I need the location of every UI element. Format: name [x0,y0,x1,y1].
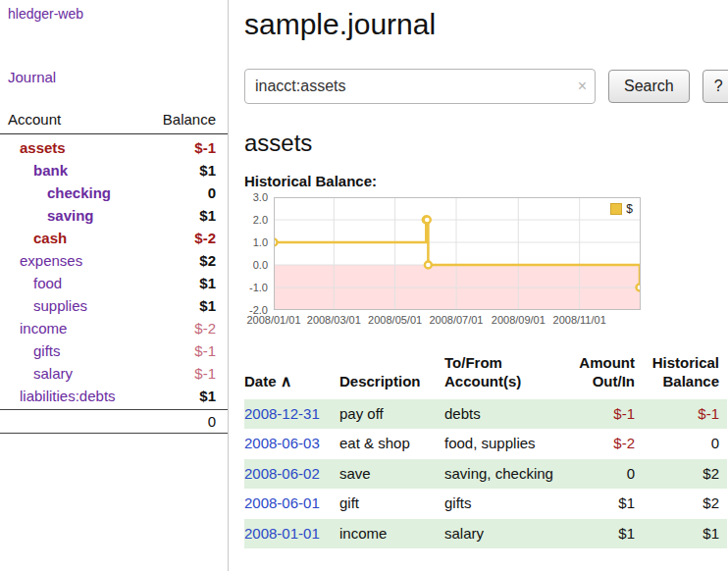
transaction-balance: $2 [643,459,727,490]
y-tick-label: 1.0 [253,236,268,248]
transaction-date-link-text[interactable]: 2008-01-01 [244,525,320,542]
x-tick-label: 2008/05/01 [368,314,422,326]
account-row: expenses$2 [0,249,228,272]
account-row: cash$-2 [0,227,228,249]
balance-chart[interactable]: 3.02.01.00.0-1.0-2.0 $ 2008/01/012008/03… [244,197,728,333]
transaction-description: pay off [339,399,444,430]
transaction-accounts: debts [444,399,572,430]
sidebar-account-link[interactable]: assets [8,139,66,156]
sidebar-account-link[interactable]: bank [8,162,68,179]
table-row: 2008-06-03eat & shopfood, supplies$-20 [244,429,727,459]
col-account: To/From Account(s) [444,350,572,399]
transactions-table: Date ∧ Description To/From Account(s) Am… [244,350,727,548]
table-row: 2008-06-01giftgifts$1$2 [244,489,727,519]
transaction-description: eat & shop [339,429,444,459]
accounts-header-account: Account [8,111,61,128]
transaction-date-link-text[interactable]: 2008-06-02 [244,465,320,482]
x-tick-label: 2008/11/01 [553,314,606,326]
account-row: checking0 [0,182,228,204]
transaction-amount: $1 [572,489,643,519]
total-row: 0 [0,409,228,434]
account-row: salary$-1 [0,362,228,385]
transaction-balance: $2 [643,489,727,519]
sidebar-account-link[interactable]: checking [8,184,111,201]
search-row: × Search ? [244,69,728,104]
transaction-date-link: 2008-06-01 [244,489,339,519]
account-balance: $1 [199,297,216,314]
y-tick-label: 3.0 [253,191,268,203]
sidebar-account-link[interactable]: gifts [8,342,61,359]
search-button[interactable]: Search [608,70,690,103]
search-box: × [244,69,596,104]
transaction-amount: $1 [572,519,643,549]
account-row: gifts$-1 [0,339,228,362]
sidebar-item-journal[interactable]: Journal [8,69,220,85]
account-balance: $-1 [194,139,216,156]
sidebar: hledger-web Journal Account Balance asse… [0,0,229,571]
main-content: sample.journal × Search ? assets Histori… [229,0,728,571]
table-header-row: Date ∧ Description To/From Account(s) Am… [244,350,727,399]
account-balance: $1 [199,207,216,224]
sidebar-account-link[interactable]: cash [8,230,67,246]
sidebar-account-link[interactable]: saving [8,207,94,224]
table-row: 2008-12-31pay offdebts$-1$-1 [244,399,727,430]
sidebar-account-link[interactable]: food [8,275,62,291]
transaction-date-link-text[interactable]: 2008-06-01 [244,494,320,511]
account-row: food$1 [0,272,228,294]
col-balance: Historical Balance [643,350,727,399]
sidebar-account-link[interactable]: liabilities:debts [8,388,116,404]
transaction-accounts: salary [444,519,572,549]
sort-asc-icon[interactable]: ∧ [281,373,292,389]
total-balance: 0 [208,413,216,430]
account-balance: 0 [208,184,216,201]
x-tick-label: 2008/09/01 [492,314,546,326]
chart-plot-area: $ [274,197,641,310]
account-balance: $-1 [194,342,216,359]
y-tick-label: 0.0 [253,259,268,271]
page-title: sample.journal [244,8,728,41]
transaction-accounts: saving, checking [444,459,572,490]
help-button[interactable]: ? [702,70,728,103]
transaction-date-link-text[interactable]: 2008-12-31 [244,405,320,422]
transaction-balance: $1 [643,519,727,549]
chart-legend: $ [607,201,636,217]
transaction-date-link-text[interactable]: 2008-06-03 [244,435,320,451]
sidebar-account-link[interactable]: salary [8,365,73,382]
transaction-amount: $-1 [572,399,643,430]
app-window: hledger-web Journal Account Balance asse… [0,0,728,571]
account-row: liabilities:debts$1 [0,385,228,407]
sidebar-account-link[interactable]: supplies [8,297,87,314]
brand-link[interactable]: hledger-web [0,6,228,22]
account-row: supplies$1 [0,294,228,317]
transaction-balance: 0 [643,429,727,459]
table-row: 2008-06-02savesaving, checking0$2 [244,459,727,490]
account-balance: $1 [199,162,216,179]
account-balance: $-1 [194,365,216,382]
account-heading: assets [244,130,728,157]
col-amount: Amount Out/In [572,350,643,399]
transaction-balance: $-1 [643,399,727,430]
chart-y-axis: 3.02.01.00.0-1.0-2.0 [244,197,270,310]
account-balance: $1 [199,275,216,291]
account-row: assets$-1 [0,136,228,159]
y-tick-label: -1.0 [249,282,268,293]
x-tick-label: 2008/07/01 [429,314,483,326]
sidebar-account-link[interactable]: income [8,320,67,337]
sidebar-account-link[interactable]: expenses [8,252,82,269]
accounts-header: Account Balance [0,107,228,134]
account-row: bank$1 [0,159,228,182]
transaction-amount: $-2 [572,429,643,459]
transaction-amount: 0 [572,459,643,490]
account-balance: $2 [199,252,216,269]
search-input[interactable] [244,69,596,104]
account-row: income$-2 [0,317,228,339]
col-date[interactable]: Date [244,373,277,389]
account-balance: $-2 [194,320,216,337]
transaction-date-link: 2008-12-31 [244,399,339,430]
accounts-tree: assets$-1bank$1checking0saving$1cash$-2e… [0,136,228,407]
legend-swatch-icon [610,203,622,215]
legend-label: $ [626,202,633,216]
transaction-accounts: food, supplies [444,429,572,459]
account-balance: $1 [199,388,216,404]
clear-search-icon[interactable]: × [578,78,587,95]
